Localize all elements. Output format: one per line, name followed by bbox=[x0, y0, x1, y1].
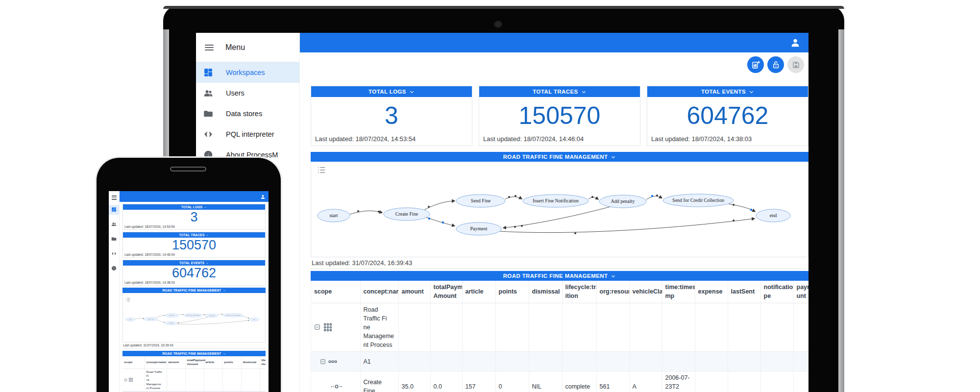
column-header[interactable]: vehicleClass bbox=[629, 281, 662, 303]
diagram-panel-title: ROAD TRAFFIC FINE MANAGEMENT bbox=[162, 289, 221, 292]
collapse-icon[interactable] bbox=[124, 378, 127, 382]
add-chart-button[interactable] bbox=[747, 56, 764, 73]
stat-card-value: 150570 bbox=[479, 97, 640, 134]
stat-card-header[interactable]: TOTAL TRACES bbox=[123, 232, 265, 238]
node-send-for-credit-collection[interactable]: Send for Credit Collection bbox=[672, 197, 724, 203]
laptop-camera bbox=[494, 21, 502, 28]
cell-lifecycle-transition: complete bbox=[562, 371, 596, 392]
cell-dismissal: NIL bbox=[529, 371, 562, 392]
collapse-icon[interactable] bbox=[320, 359, 326, 365]
event-icon[interactable] bbox=[331, 384, 343, 390]
column-header[interactable]: scope bbox=[122, 356, 145, 368]
column-header[interactable]: org:resource bbox=[596, 281, 629, 303]
column-header[interactable]: totalPayment Amount bbox=[185, 356, 204, 368]
table-header-row: scope concept:name amount totalPayment A… bbox=[311, 281, 808, 303]
info-icon bbox=[111, 266, 117, 271]
menu-icon[interactable] bbox=[112, 196, 117, 200]
account-icon[interactable] bbox=[789, 36, 802, 49]
diagram-canvas: start Create Fine Send Fine Insert Fine … bbox=[122, 293, 266, 343]
process-graph[interactable]: start Create Fine Send Fine Insert Fine … bbox=[311, 162, 808, 257]
diagram-legend-icon[interactable] bbox=[317, 166, 326, 174]
log-grid-icon[interactable] bbox=[128, 377, 133, 382]
stat-card-header[interactable]: TOTAL LOGS bbox=[123, 204, 265, 210]
process-graph[interactable]: start Create Fine Send Fine Insert Fine … bbox=[124, 304, 264, 331]
node-insert-fine-notification[interactable]: Insert Fine Notification bbox=[533, 198, 579, 203]
collapse-icon[interactable] bbox=[314, 324, 320, 330]
node-send-fine[interactable]: Send Fine bbox=[471, 198, 491, 203]
stat-card-header[interactable]: TOTAL EVENTS bbox=[647, 86, 808, 97]
stat-card-total-traces: TOTAL TRACES 150570 Last updated: 18/07/… bbox=[479, 86, 640, 146]
cell-concept-name: Create Fine bbox=[360, 371, 398, 392]
scope-cell bbox=[124, 377, 143, 382]
sidebar-item-label: Users bbox=[226, 89, 245, 97]
column-header[interactable]: totalPayment Amount bbox=[430, 281, 462, 303]
column-header[interactable]: notificationTy pe bbox=[760, 281, 793, 303]
diagram-panel-header[interactable]: ROAD TRAFFIC FINE MANAGEMENT bbox=[311, 152, 808, 162]
column-header[interactable]: lifecycle:trans ition bbox=[260, 356, 266, 368]
log-grid-icon[interactable] bbox=[323, 322, 333, 332]
node-payment[interactable]: Payment bbox=[470, 226, 488, 231]
column-header[interactable]: points bbox=[495, 281, 529, 303]
column-header[interactable]: concept:name bbox=[145, 356, 167, 368]
phone-stat-card-total-traces: TOTAL TRACES 150570 Last updated: 18/07/… bbox=[122, 232, 266, 258]
column-header[interactable]: article bbox=[462, 281, 495, 303]
sidebar-item-data-stores[interactable]: Data stores bbox=[196, 103, 299, 124]
stat-card-header[interactable]: TOTAL EVENTS bbox=[123, 260, 265, 266]
chevron-down-icon[interactable] bbox=[223, 289, 226, 292]
stat-card-last-updated: Last updated: 18/07/2024, 14:38:03 bbox=[647, 134, 808, 146]
phone-sidebar-item-pql-interpreter[interactable] bbox=[109, 249, 119, 259]
column-header[interactable]: amount bbox=[167, 356, 185, 368]
phone-sidebar-item-about-processm[interactable] bbox=[109, 264, 119, 273]
chevron-down-icon[interactable] bbox=[611, 154, 616, 160]
column-header[interactable]: points bbox=[222, 356, 241, 368]
sidebar-item-pql-interpreter[interactable]: PQL interpreter bbox=[196, 124, 299, 145]
lock-open-icon[interactable] bbox=[767, 56, 784, 73]
chevron-down-icon[interactable] bbox=[223, 352, 226, 355]
trace-icon[interactable] bbox=[328, 359, 337, 365]
column-header[interactable]: scope bbox=[311, 281, 360, 303]
chevron-down-icon[interactable] bbox=[206, 262, 209, 265]
users-icon bbox=[111, 221, 117, 227]
save-button[interactable] bbox=[787, 56, 804, 73]
account-icon[interactable] bbox=[260, 194, 266, 199]
phone-sidebar-item-users[interactable] bbox=[109, 220, 119, 229]
sidebar-item-users[interactable]: Users bbox=[196, 83, 299, 103]
stat-card-header[interactable]: TOTAL TRACES bbox=[479, 86, 640, 97]
column-header[interactable]: paymentAmo unt bbox=[793, 281, 808, 303]
column-header[interactable]: dismissal bbox=[529, 281, 562, 303]
column-header[interactable]: concept:name bbox=[360, 281, 398, 303]
diagram-legend-icon[interactable] bbox=[125, 295, 130, 299]
phone-stat-card-total-logs: TOTAL LOGS 3 Last updated: 18/07/2024, 1… bbox=[122, 204, 266, 230]
node-start[interactable]: start bbox=[329, 213, 338, 218]
cell-concept-name: Road Traffic Fi ne Manageme nt Process bbox=[145, 368, 167, 392]
column-header[interactable]: lastSent bbox=[728, 281, 760, 303]
menu-icon[interactable] bbox=[205, 45, 214, 50]
chevron-down-icon[interactable] bbox=[611, 273, 616, 279]
top-app-bar bbox=[300, 33, 808, 52]
column-header[interactable]: amount bbox=[398, 281, 430, 303]
node-add-penalty[interactable]: Add penalty bbox=[611, 198, 635, 204]
table-panel-header[interactable]: ROAD TRAFFIC FINE MANAGEMENT bbox=[311, 271, 808, 281]
cell-article: 157 bbox=[462, 371, 495, 392]
phone-sidebar-item-workspaces[interactable] bbox=[109, 205, 119, 215]
node-end[interactable]: end bbox=[770, 213, 777, 218]
table-panel-header[interactable]: ROAD TRAFFIC FINE MANAGEMENT bbox=[122, 351, 266, 356]
chevron-down-icon[interactable] bbox=[749, 89, 754, 95]
table-row-event: Create Fine 35.0 0.0 157 0 NIL complete … bbox=[311, 371, 808, 392]
chevron-down-icon[interactable] bbox=[409, 89, 415, 95]
sidebar-item-workspaces[interactable]: Workspaces bbox=[196, 62, 299, 83]
column-header[interactable]: time:timesta mp bbox=[662, 281, 695, 303]
diagram-panel-header[interactable]: ROAD TRAFFIC FINE MANAGEMENT bbox=[122, 288, 266, 293]
node-create-fine[interactable]: Create Fine bbox=[395, 211, 418, 217]
chevron-down-icon[interactable] bbox=[204, 206, 207, 209]
chevron-down-icon[interactable] bbox=[581, 89, 587, 95]
phone-sidebar-item-data-stores[interactable] bbox=[109, 234, 119, 244]
diagram-canvas: start Create Fine Send Fine Insert Fine … bbox=[311, 162, 808, 257]
column-header[interactable]: expense bbox=[695, 281, 728, 303]
column-header[interactable]: lifecycle:trans ition bbox=[562, 281, 596, 303]
chevron-down-icon[interactable] bbox=[206, 234, 209, 237]
column-header[interactable]: dismissal bbox=[241, 356, 260, 368]
stat-card-header[interactable]: TOTAL LOGS bbox=[311, 86, 472, 97]
column-header[interactable]: article bbox=[204, 356, 222, 368]
table-header-row: scope concept:name amount totalPayment A… bbox=[122, 356, 266, 368]
